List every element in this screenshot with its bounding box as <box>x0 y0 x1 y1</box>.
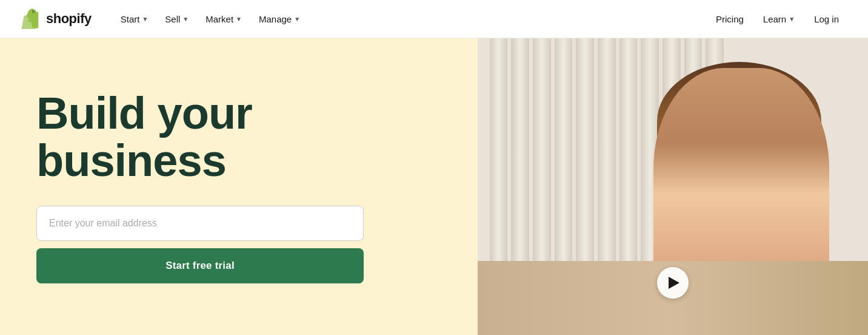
hero-left: Build your business Start free trial <box>0 38 478 335</box>
chevron-down-icon: ▼ <box>142 16 148 22</box>
nav-item-pricing[interactable]: Pricing <box>706 9 753 29</box>
navbar: shopify Start ▼ Sell ▼ Market ▼ Manage ▼… <box>0 0 868 38</box>
nav-item-manage[interactable]: Manage ▼ <box>252 9 307 29</box>
nav-sell-label: Sell <box>165 14 180 24</box>
nav-item-login[interactable]: Log in <box>804 9 849 29</box>
email-input[interactable] <box>36 206 364 241</box>
hero-title-line1: Build your <box>36 88 252 138</box>
nav-item-start[interactable]: Start ▼ <box>113 9 156 29</box>
hero-title-line2: business <box>36 135 226 186</box>
nav-right: Pricing Learn ▼ Log in <box>706 9 849 29</box>
play-button[interactable] <box>657 267 689 299</box>
chevron-down-icon: ▼ <box>789 16 795 22</box>
logo-link[interactable]: shopify <box>19 8 92 30</box>
chevron-down-icon: ▼ <box>236 16 242 22</box>
nav-start-label: Start <box>121 14 140 24</box>
nav-learn-label: Learn <box>763 14 786 24</box>
nav-item-sell[interactable]: Sell ▼ <box>158 9 196 29</box>
logo-text: shopify <box>46 11 92 27</box>
chevron-down-icon: ▼ <box>294 16 300 22</box>
nav-left: Start ▼ Sell ▼ Market ▼ Manage ▼ <box>113 9 307 29</box>
start-free-trial-button[interactable]: Start free trial <box>36 248 364 283</box>
chevron-down-icon: ▼ <box>182 16 189 22</box>
play-icon <box>669 277 679 289</box>
shopify-logo-icon <box>19 8 41 30</box>
curtain-background <box>478 38 868 335</box>
nav-item-market[interactable]: Market ▼ <box>198 9 249 29</box>
hero-section: Build your business Start free trial <box>0 38 868 335</box>
nav-manage-label: Manage <box>259 14 292 24</box>
hero-title: Build your business <box>36 90 441 184</box>
nav-market-label: Market <box>205 14 233 24</box>
nav-item-learn[interactable]: Learn ▼ <box>756 9 802 29</box>
hero-image-area <box>478 38 868 335</box>
